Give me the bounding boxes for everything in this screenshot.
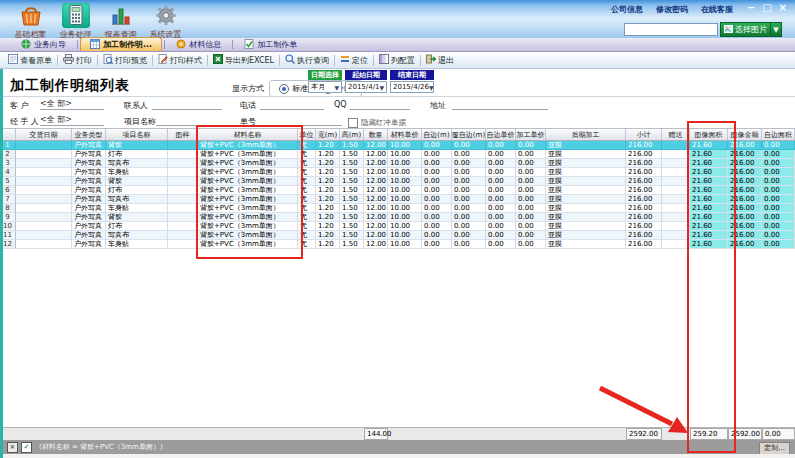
table-cell[interactable]: 216.00 (728, 222, 762, 231)
table-cell[interactable]: 户外写真 (72, 204, 106, 213)
table-cell[interactable] (16, 204, 72, 213)
execute-query-button[interactable]: 执行查询 (281, 54, 333, 66)
table-cell[interactable]: 亚膜 (546, 168, 626, 177)
table-cell[interactable]: 1.50 (340, 213, 364, 222)
table-cell[interactable]: 1.20 (316, 159, 340, 168)
table-cell[interactable]: 0.00 (486, 141, 516, 150)
table-cell[interactable]: 亚膜 (546, 150, 626, 159)
table-row[interactable]: 2户外写真灯布背胶+PVC（3mm单面）无1.201.5012.0010.000… (0, 150, 795, 159)
table-cell[interactable] (662, 150, 690, 159)
table-row[interactable]: 6户外写真灯布背胶+PVC（3mm单面）无1.201.5012.0010.000… (0, 186, 795, 195)
table-cell[interactable] (16, 213, 72, 222)
table-cell[interactable]: 写真布 (106, 159, 168, 168)
qq-field[interactable] (350, 98, 410, 110)
table-cell[interactable]: 户外写真 (72, 159, 106, 168)
table-cell[interactable] (16, 240, 72, 249)
table-cell[interactable]: 21.60 (690, 195, 728, 204)
table-cell[interactable]: 户外写真 (72, 150, 106, 159)
table-cell[interactable]: 无 (298, 240, 316, 249)
column-header[interactable]: 自边面积 (762, 129, 795, 140)
table-cell[interactable]: 背胶+PVC（3mm单面） (198, 240, 298, 249)
table-cell[interactable]: 10.00 (388, 204, 422, 213)
table-cell[interactable]: 0.00 (452, 222, 486, 231)
table-cell[interactable]: 0.00 (452, 195, 486, 204)
table-cell[interactable]: 0.00 (422, 168, 452, 177)
column-header[interactable]: 宽(m) (316, 129, 340, 140)
table-cell[interactable]: 0.00 (762, 177, 795, 186)
table-cell[interactable]: 0.00 (516, 204, 546, 213)
print-preview-button[interactable]: 打印预览 (99, 54, 151, 66)
table-cell[interactable]: 无 (298, 204, 316, 213)
table-cell[interactable]: 无 (298, 168, 316, 177)
table-cell[interactable]: 户外写真 (72, 177, 106, 186)
date-filter-dropdown[interactable]: 2015/4/26▼ (390, 81, 434, 93)
business-process-button[interactable]: 业务处理 (53, 1, 98, 40)
table-cell[interactable]: 0.00 (762, 186, 795, 195)
table-cell[interactable] (16, 159, 72, 168)
table-cell[interactable]: 背胶 (106, 141, 168, 150)
table-cell[interactable]: 0.00 (422, 195, 452, 204)
table-cell[interactable]: 12.00 (364, 204, 388, 213)
table-cell[interactable]: 1.20 (316, 177, 340, 186)
table-cell[interactable]: 21.60 (690, 231, 728, 240)
table-cell[interactable]: 0.00 (422, 141, 452, 150)
tab-business-wizard[interactable]: 业务向导 (12, 38, 75, 51)
table-cell[interactable] (16, 150, 72, 159)
column-header[interactable]: 覆自边(m) (452, 129, 486, 140)
table-cell[interactable]: 10.00 (388, 222, 422, 231)
column-header[interactable]: 材料单价 (388, 129, 422, 140)
table-cell[interactable]: 21.60 (690, 150, 728, 159)
column-header[interactable]: 项目名称 (106, 129, 168, 140)
table-cell[interactable]: 216.00 (626, 150, 662, 159)
table-cell[interactable]: 背胶 (106, 213, 168, 222)
table-cell[interactable]: 背胶+PVC（3mm单面） (198, 141, 298, 150)
table-cell[interactable]: 0.00 (422, 240, 452, 249)
column-header[interactable]: 自边(m) (422, 129, 452, 140)
customize-button[interactable]: 定制... (759, 442, 790, 455)
filter-close-icon[interactable]: × (7, 442, 18, 453)
table-cell[interactable]: 1.50 (340, 240, 364, 249)
date-filter-dropdown[interactable]: 2015/4/1▼ (345, 81, 387, 93)
table-row[interactable]: 4户外写真车身贴背胶+PVC（3mm单面）无1.201.5012.0010.00… (0, 168, 795, 177)
table-cell[interactable]: 背胶+PVC（3mm单面） (198, 168, 298, 177)
table-cell[interactable] (16, 222, 72, 231)
table-cell[interactable]: 车身贴 (106, 204, 168, 213)
table-cell[interactable]: 0.00 (762, 213, 795, 222)
table-cell[interactable]: 21.60 (690, 204, 728, 213)
table-cell[interactable]: 216.00 (728, 177, 762, 186)
choose-image-button[interactable]: 选择图片 (720, 22, 771, 37)
table-row[interactable]: 1户外写真背胶背胶+PVC（3mm单面）无1.201.5012.0010.000… (0, 141, 795, 150)
table-cell[interactable] (662, 204, 690, 213)
table-cell[interactable]: 0.00 (486, 168, 516, 177)
table-cell[interactable] (662, 213, 690, 222)
table-cell[interactable]: 216.00 (626, 177, 662, 186)
table-cell[interactable] (168, 177, 198, 186)
table-cell[interactable]: 12.00 (364, 195, 388, 204)
minimize-button[interactable]: − (747, 2, 755, 13)
table-cell[interactable]: 1.50 (340, 168, 364, 177)
table-cell[interactable] (168, 141, 198, 150)
phone-field[interactable] (260, 98, 324, 110)
table-cell[interactable]: 0.00 (516, 141, 546, 150)
table-cell[interactable] (662, 186, 690, 195)
table-cell[interactable]: 无 (298, 141, 316, 150)
table-cell[interactable]: 216.00 (626, 240, 662, 249)
table-cell[interactable]: 亚膜 (546, 141, 626, 150)
table-cell[interactable]: 0.00 (516, 222, 546, 231)
table-cell[interactable]: 21.60 (690, 186, 728, 195)
table-cell[interactable]: 亚膜 (546, 213, 626, 222)
table-cell[interactable]: 0.00 (486, 204, 516, 213)
column-header[interactable]: 加工单价 (516, 129, 546, 140)
system-settings-button[interactable]: 系统设置 (143, 1, 188, 40)
table-cell[interactable]: 户外写真 (72, 240, 106, 249)
online-service-link[interactable]: 在线客服 (701, 4, 733, 15)
table-cell[interactable]: 1.50 (340, 204, 364, 213)
table-cell[interactable]: 0.00 (452, 204, 486, 213)
table-row[interactable]: 9户外写真背胶背胶+PVC（3mm单面）无1.201.5012.0010.000… (0, 213, 795, 222)
table-cell[interactable]: 户外写真 (72, 168, 106, 177)
table-cell[interactable]: 0.00 (516, 213, 546, 222)
table-cell[interactable]: 户外写真 (72, 222, 106, 231)
table-cell[interactable]: 0.00 (516, 231, 546, 240)
column-header[interactable]: 赠送 (662, 129, 690, 140)
table-cell[interactable]: 12.00 (364, 240, 388, 249)
